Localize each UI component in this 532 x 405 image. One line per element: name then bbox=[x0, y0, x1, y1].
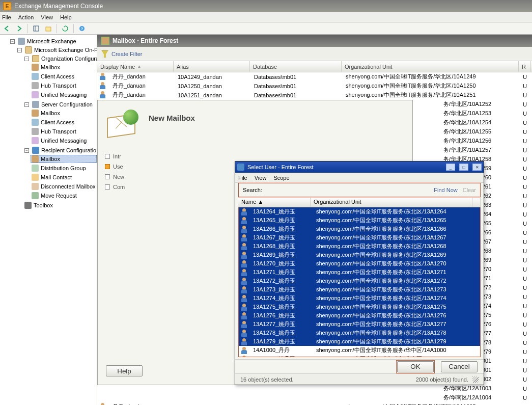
cancel-button[interactable]: Cancel bbox=[441, 361, 478, 372]
list-item[interactable]: 13A1271_姚丹玉shenyong.com/中国全球IT服务服务/东北区/1… bbox=[239, 268, 480, 277]
dialog-titlebar[interactable]: Select User - Entire Forest _ □ ✕ bbox=[235, 161, 484, 173]
col-alias[interactable]: Alias bbox=[174, 61, 250, 72]
table-row[interactable]: 丹丹_danuan10A1250_dandanDatabases\mb01she… bbox=[97, 82, 532, 91]
cell-r: U bbox=[520, 174, 532, 181]
hub-icon bbox=[32, 82, 39, 89]
dlg-menu-file[interactable]: File bbox=[238, 175, 247, 181]
list-item[interactable]: 13A1277_姚丹玉shenyong.com/中国全球IT服务服务/东北区/1… bbox=[239, 320, 480, 329]
collapse-icon[interactable]: − bbox=[24, 57, 29, 61]
tree-label: Server Configuration bbox=[41, 101, 93, 107]
list-item[interactable]: 13A1266_姚丹玉shenyong.com/中国全球IT服务服务/东北区/1… bbox=[239, 225, 480, 233]
clear-link[interactable]: Clear bbox=[463, 187, 476, 193]
maximize-button[interactable]: □ bbox=[459, 164, 468, 171]
export-button[interactable] bbox=[43, 23, 53, 34]
create-filter-link[interactable]: Create Filter bbox=[111, 51, 143, 57]
tree-srv-clientaccess[interactable]: Client Access bbox=[31, 118, 97, 126]
list-item[interactable]: 13A1275_姚丹玉shenyong.com/中国全球IT服务服务/东北区/1… bbox=[239, 303, 480, 311]
show-tree-button[interactable] bbox=[31, 23, 41, 34]
list-item[interactable]: 13A1279_姚丹玉shenyong.com/中国全球IT服务服务/东北区/1… bbox=[239, 337, 480, 346]
tree-org-config[interactable]: −Organization Configuration bbox=[23, 55, 97, 63]
back-button[interactable] bbox=[2, 23, 12, 34]
cell-name: 13A1264_姚丹玉 bbox=[251, 208, 314, 215]
list-item[interactable]: 14A1000_丹丹shenyong.com/中国全球IT服务服务/华中区/14… bbox=[239, 346, 480, 355]
table-row[interactable]: 务/华南区/12A1004U bbox=[97, 393, 532, 402]
tree-root[interactable]: −Microsoft Exchange bbox=[9, 37, 97, 45]
tree-srv-um[interactable]: Unified Messaging bbox=[31, 137, 97, 145]
dlg-scroll-head bbox=[472, 198, 481, 207]
cell-alias: 10A1251_dandan bbox=[175, 92, 251, 99]
tree-rec-distgroup[interactable]: Distribution Group bbox=[31, 164, 97, 172]
menu-action[interactable]: Action bbox=[18, 14, 34, 20]
tree-org-hub[interactable]: Hub Transport bbox=[31, 82, 97, 90]
menu-file[interactable]: File bbox=[2, 14, 11, 20]
menu-help[interactable]: Help bbox=[60, 14, 72, 20]
col-displayname[interactable]: Display Name▲ bbox=[97, 61, 174, 72]
tree-label: Hub Transport bbox=[41, 128, 76, 134]
tree-rec-moverequest[interactable]: Move Request bbox=[31, 192, 97, 200]
col-ou[interactable]: Organizational Unit bbox=[342, 61, 519, 72]
list-item[interactable]: 13A1265_姚丹玉shenyong.com/中国全球IT服务服务/东北区/1… bbox=[239, 216, 480, 225]
nav-tree[interactable]: −Microsoft Exchange −Microsoft Exchange … bbox=[0, 35, 97, 405]
dlg-menu-view[interactable]: View bbox=[255, 175, 267, 181]
dlg-col-ou[interactable]: Organizational Unit bbox=[311, 198, 472, 207]
list-item[interactable]: 13A1268_姚丹玉shenyong.com/中国全球IT服务服务/东北区/1… bbox=[239, 242, 480, 251]
wizard-graphic bbox=[105, 109, 146, 149]
collapse-icon[interactable]: − bbox=[17, 48, 22, 52]
tree-srv-mailbox[interactable]: Mailbox bbox=[31, 109, 97, 117]
list-item[interactable]: 13A1267_姚丹玉shenyong.com/中国全球IT服务服务/东北区/1… bbox=[239, 233, 480, 242]
find-now-link[interactable]: Find Now bbox=[434, 187, 457, 193]
menu-view[interactable]: View bbox=[41, 14, 53, 20]
cell-name: 13A1272_姚丹玉 bbox=[251, 277, 314, 285]
list-item[interactable]: 13A1278_姚丹玉shenyong.com/中国全球IT服务服务/东北区/1… bbox=[239, 329, 480, 337]
refresh-button[interactable] bbox=[60, 23, 70, 34]
col-database[interactable]: Database bbox=[250, 61, 342, 72]
user-icon bbox=[241, 234, 249, 242]
col-r[interactable]: R bbox=[519, 61, 531, 72]
tree-rec-mailcontact[interactable]: Mail Contact bbox=[31, 173, 97, 181]
tree-org-mailbox[interactable]: Mailbox bbox=[31, 63, 97, 71]
cell-r: U bbox=[520, 330, 532, 337]
tree-rec-mailbox[interactable]: Mailbox bbox=[31, 155, 97, 163]
tree-recipient-config[interactable]: −Recipient Configuration bbox=[23, 146, 97, 154]
tree-org-clientaccess[interactable]: Client Access bbox=[31, 72, 97, 80]
table-row[interactable]: 务/华南区/12A1003U bbox=[97, 384, 532, 393]
list-item[interactable]: 13A1272_姚丹玉shenyong.com/中国全球IT服务服务/东北区/1… bbox=[239, 277, 480, 285]
forward-button[interactable] bbox=[14, 23, 24, 34]
help-button[interactable]: ? bbox=[77, 23, 87, 34]
close-button[interactable]: ✕ bbox=[472, 164, 482, 171]
user-icon bbox=[241, 260, 249, 268]
cell-name: 13A1270_姚丹玉 bbox=[251, 260, 314, 267]
cell-database: Databases\mb01 bbox=[251, 73, 343, 80]
tree-onprem[interactable]: −Microsoft Exchange On-Premises bbox=[16, 46, 97, 54]
list-item[interactable]: 13A1264_姚丹玉shenyong.com/中国全球IT服务服务/东北区/1… bbox=[239, 207, 480, 216]
tree-toolbox[interactable]: Toolbox bbox=[23, 201, 97, 209]
collapse-icon[interactable]: − bbox=[24, 148, 29, 153]
dlg-menu-scope[interactable]: Scope bbox=[273, 175, 289, 181]
dlg-col-name[interactable]: Name ▲ bbox=[238, 198, 311, 207]
table-row[interactable]: 丹丹_dandan12A1005_dandanDatabases\mb03she… bbox=[97, 402, 532, 405]
tree-org-um[interactable]: Unified Messaging bbox=[31, 91, 97, 99]
search-input[interactable] bbox=[267, 187, 429, 193]
collapse-icon[interactable]: − bbox=[10, 39, 15, 44]
table-row[interactable]: 丹丹_dandan10A1251_dandanDatabases\mb01she… bbox=[97, 91, 532, 100]
list-item[interactable]: 13A1273_姚丹玉shenyong.com/中国全球IT服务服务/东北区/1… bbox=[239, 285, 480, 294]
list-item[interactable]: 13A1270_姚丹玉shenyong.com/中国全球IT服务服务/东北区/1… bbox=[239, 259, 480, 268]
list-item[interactable]: 13A1276_姚丹玉shenyong.com/中国全球IT服务服务/东北区/1… bbox=[239, 311, 480, 320]
list-item[interactable]: 14A1000_姚丹玉shenyong.com/中国全球IT服务服务/华中区/1… bbox=[239, 355, 480, 357]
list-item[interactable]: 13A1274_姚丹玉shenyong.com/中国全球IT服务服务/东北区/1… bbox=[239, 294, 480, 303]
list-item[interactable]: 13A1269_姚丹玉shenyong.com/中国全球IT服务服务/东北区/1… bbox=[239, 251, 480, 259]
resize-grip-icon[interactable] bbox=[472, 376, 479, 383]
tree-rec-disconnected[interactable]: Disconnected Mailbox bbox=[31, 182, 97, 191]
cell-r: U bbox=[520, 348, 532, 356]
ok-button[interactable]: OK bbox=[397, 361, 434, 372]
cell-r: U bbox=[520, 358, 532, 365]
minimize-button[interactable]: _ bbox=[446, 164, 455, 171]
cell-r: U bbox=[520, 156, 532, 163]
tree-server-config[interactable]: −Server Configuration bbox=[23, 100, 97, 109]
table-row[interactable]: 丹丹_dandan10A1249_dandanDatabases\mb01she… bbox=[97, 72, 532, 82]
dialog-grid-body[interactable]: 13A1264_姚丹玉shenyong.com/中国全球IT服务服务/东北区/1… bbox=[238, 207, 481, 357]
tree-srv-hub[interactable]: Hub Transport bbox=[31, 127, 97, 136]
collapse-icon[interactable]: − bbox=[24, 102, 29, 107]
cell-r: U bbox=[520, 238, 532, 246]
step-dot-icon bbox=[105, 154, 110, 159]
